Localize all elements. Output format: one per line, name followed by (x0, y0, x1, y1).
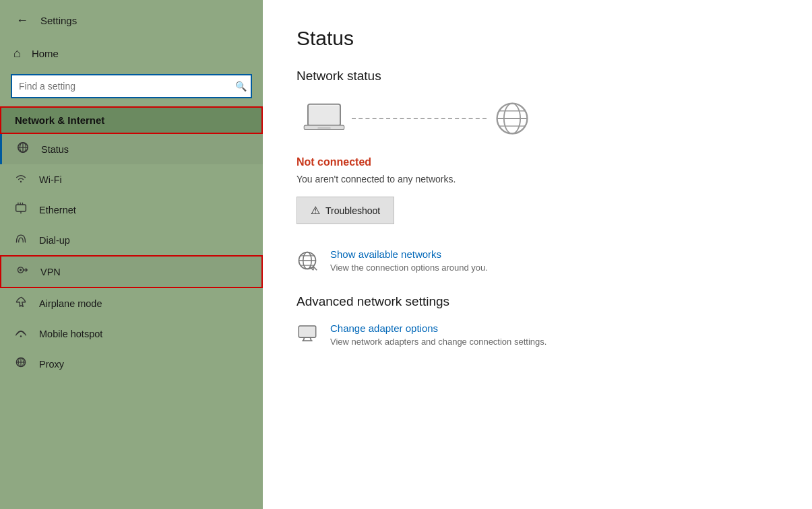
sidebar-item-dialup[interactable]: Dial-up (0, 225, 263, 255)
status-label: Status (41, 144, 69, 155)
sidebar-item-proxy[interactable]: Proxy (0, 349, 263, 379)
airplane-icon (13, 296, 28, 311)
back-button[interactable]: ← (13, 12, 31, 29)
change-adapter-item: Change adapter options View network adap… (296, 323, 778, 348)
dialup-label: Dial-up (39, 235, 70, 246)
svg-point-17 (20, 335, 22, 337)
svg-rect-23 (309, 106, 339, 125)
ethernet-icon (13, 202, 28, 217)
show-networks-item: Show available networks View the connect… (296, 248, 778, 275)
warning-icon: ⚠ (311, 204, 320, 217)
globe-icon (493, 100, 531, 137)
vpn-label: VPN (40, 267, 61, 277)
change-adapter-desc: View network adapters and change connect… (330, 337, 546, 347)
sidebar-item-hotspot[interactable]: Mobile hotspot (0, 318, 263, 349)
svg-point-5 (20, 181, 22, 182)
home-label: Home (32, 48, 59, 59)
proxy-label: Proxy (39, 359, 64, 370)
network-diagram (303, 100, 778, 137)
network-internet-section-header: Network & Internet (0, 106, 263, 134)
change-adapter-icon (296, 324, 318, 348)
svg-rect-26 (317, 127, 330, 129)
show-networks-icon (296, 250, 318, 275)
svg-rect-25 (305, 126, 344, 129)
connection-line (352, 118, 487, 119)
dialup-icon (13, 232, 28, 248)
nav-items: Status Wi-Fi (0, 134, 263, 379)
sidebar-item-status[interactable]: Status (0, 134, 263, 164)
svg-rect-6 (16, 205, 26, 211)
change-adapter-text: Change adapter options View network adap… (330, 323, 546, 347)
show-networks-desc: View the connection options around you. (330, 263, 488, 273)
laptop-icon (303, 101, 345, 136)
svg-rect-41 (300, 327, 315, 336)
sidebar-title: Settings (40, 15, 77, 26)
sidebar-header: ← Settings (0, 0, 263, 38)
vpn-icon (15, 264, 30, 279)
proxy-icon (13, 356, 28, 372)
svg-point-15 (20, 269, 22, 271)
vpn-item-wrap: VPN (0, 255, 263, 288)
show-networks-title[interactable]: Show available networks (330, 248, 488, 260)
connection-desc: You aren't connected to any networks. (296, 174, 778, 184)
troubleshoot-button[interactable]: ⚠ Troubleshoot (296, 197, 394, 224)
page-title: Status (296, 27, 778, 50)
wifi-label: Wi-Fi (39, 174, 62, 185)
sidebar-item-vpn[interactable]: VPN (0, 255, 263, 288)
sidebar-item-home[interactable]: ⌂ Home (0, 38, 263, 69)
home-icon: ⌂ (13, 46, 21, 61)
show-networks-text: Show available networks View the connect… (330, 248, 488, 273)
sidebar-item-airplane[interactable]: Airplane mode (0, 288, 263, 318)
wifi-icon (13, 172, 28, 187)
main-content: Status Network status Not connected You … (263, 0, 812, 509)
troubleshoot-label: Troubleshoot (325, 205, 380, 216)
search-box-container: 🔍 (0, 69, 263, 106)
change-adapter-title[interactable]: Change adapter options (330, 323, 546, 334)
advanced-section-title: Advanced network settings (296, 294, 778, 309)
back-icon: ← (16, 13, 28, 28)
hotspot-icon (13, 326, 28, 341)
network-internet-label[interactable]: Network & Internet (0, 106, 263, 134)
search-input[interactable] (11, 74, 252, 98)
network-status-title: Network status (296, 69, 778, 83)
ethernet-label: Ethernet (39, 205, 76, 215)
status-icon (15, 141, 30, 157)
sidebar-item-ethernet[interactable]: Ethernet (0, 195, 263, 225)
sidebar: ← Settings ⌂ Home 🔍 Network & Internet (0, 0, 263, 509)
search-icon: 🔍 (235, 81, 247, 92)
sidebar-item-wifi[interactable]: Wi-Fi (0, 164, 263, 195)
hotspot-label: Mobile hotspot (39, 329, 102, 339)
airplane-label: Airplane mode (39, 298, 102, 309)
connection-status: Not connected (296, 156, 778, 168)
